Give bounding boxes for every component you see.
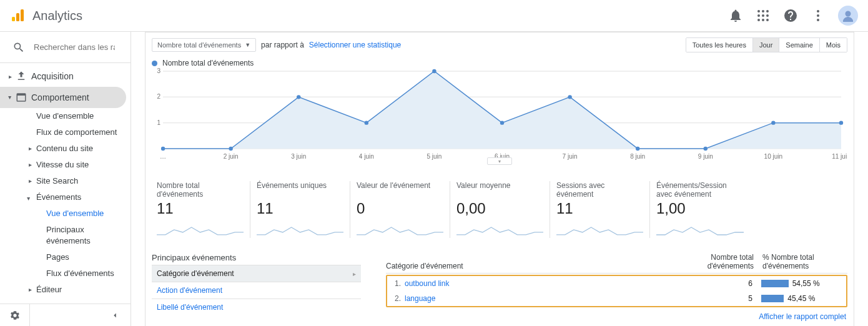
behaviour-icon xyxy=(14,92,29,103)
category-link[interactable]: outbound link xyxy=(405,279,671,288)
metric-value: 1,00 xyxy=(656,200,744,217)
svg-text:…: … xyxy=(160,153,166,160)
svg-point-31 xyxy=(568,95,571,99)
nav-editor[interactable]: ▸Éditeur xyxy=(0,282,131,298)
main-content: Nombre total d'événements ▼ par rapport … xyxy=(131,32,868,326)
nav-site-search[interactable]: ▸Site Search xyxy=(0,173,131,189)
gran-week[interactable]: Semaine xyxy=(779,38,819,52)
nav-events-top[interactable]: Principaux événements xyxy=(0,222,131,249)
search-row[interactable] xyxy=(0,32,131,63)
col-category: Catégorie d'événement xyxy=(386,262,673,270)
metric-dropdown[interactable]: Nombre total d'événements ▼ xyxy=(152,38,256,52)
row-pct: 54,55 % xyxy=(759,279,846,288)
sparkline xyxy=(257,221,343,236)
metric-card[interactable]: Valeur de l'événement 0 xyxy=(350,181,450,238)
nav-behaviour-flow[interactable]: Flux de comportement xyxy=(0,124,131,141)
collapse-sidebar-button[interactable] xyxy=(30,311,131,320)
dim-action[interactable]: Action d'événement xyxy=(152,282,361,299)
table-header: Catégorie d'événement Nombre total d'évé… xyxy=(386,253,847,274)
metric-label: Sessions avec événement xyxy=(556,181,643,199)
col-count[interactable]: Nombre total d'événements xyxy=(673,253,760,270)
metric-card[interactable]: Événements uniques 11 xyxy=(250,181,350,238)
svg-point-35 xyxy=(839,121,843,124)
chart-resize-handle[interactable]: ▾ xyxy=(487,157,512,165)
svg-text:5 juin: 5 juin xyxy=(427,153,441,160)
nav-site-speed[interactable]: ▸Vitesse du site xyxy=(0,157,131,173)
svg-point-12 xyxy=(817,10,819,12)
col-pct: % Nombre total d'événements xyxy=(760,253,847,270)
svg-point-15 xyxy=(846,11,851,17)
notifications-icon[interactable] xyxy=(728,8,743,23)
svg-point-30 xyxy=(500,121,504,124)
svg-point-8 xyxy=(766,14,769,17)
metric-label: Événements/Session avec événement xyxy=(656,181,744,199)
sparkline xyxy=(456,221,543,236)
metric-card[interactable]: Sessions avec événement 11 xyxy=(550,181,650,238)
more-vert-icon[interactable] xyxy=(811,8,826,23)
help-icon[interactable] xyxy=(783,8,798,23)
svg-point-34 xyxy=(771,121,775,124)
svg-point-28 xyxy=(365,121,368,124)
svg-rect-2 xyxy=(21,9,24,21)
sparkline xyxy=(357,221,443,236)
metric-card[interactable]: Événements/Session avec événement 1,00 xyxy=(650,181,750,238)
chart-legend: Nombre total d'événements xyxy=(145,57,854,67)
nav-events-pages[interactable]: Pages xyxy=(0,249,131,265)
nav-overview[interactable]: Vue d'ensemble xyxy=(0,108,131,124)
svg-rect-1 xyxy=(16,13,19,21)
nav-site-content[interactable]: ▸Contenu du site xyxy=(0,141,131,157)
nav-events-flow[interactable]: Flux d'événements xyxy=(0,265,131,282)
svg-point-29 xyxy=(432,69,436,73)
metric-value: 11 xyxy=(157,200,244,217)
dimensions-title: Principaux événements xyxy=(152,253,361,262)
svg-text:9 juin: 9 juin xyxy=(698,153,713,160)
apps-icon[interactable] xyxy=(756,8,771,23)
svg-text:3 juin: 3 juin xyxy=(291,153,306,160)
app-title: Analytics xyxy=(32,9,82,23)
dim-category[interactable]: Catégorie d'événement ▸ xyxy=(152,265,361,282)
svg-point-32 xyxy=(636,147,639,151)
svg-point-5 xyxy=(766,10,769,12)
acquisition-icon xyxy=(14,71,29,82)
svg-point-7 xyxy=(762,14,764,17)
legend-dot-icon xyxy=(152,61,157,66)
full-report-link[interactable]: Afficher le rapport complet xyxy=(386,312,847,321)
line-chart: 123…2 juin3 juin4 juin5 juin6 juin7 juin… xyxy=(145,67,854,161)
metric-card[interactable]: Nombre total d'événements 11 xyxy=(150,181,250,238)
user-avatar[interactable] xyxy=(838,6,858,26)
row-count: 5 xyxy=(671,294,759,303)
nav-comportement[interactable]: ▸ Comportement xyxy=(0,87,126,108)
category-link[interactable]: language xyxy=(405,294,671,303)
metric-card[interactable]: Valeur moyenne 0,00 xyxy=(450,181,550,238)
metrics-row: Nombre total d'événements 11 Événements … xyxy=(145,171,854,238)
metric-label: Événements uniques xyxy=(257,181,343,199)
row-index: 2. xyxy=(387,294,405,303)
chart-controls: Nombre total d'événements ▼ par rapport … xyxy=(145,32,854,57)
compare-label: par rapport à xyxy=(261,41,304,49)
metric-label: Valeur de l'événement xyxy=(357,181,443,199)
app-header: Analytics xyxy=(0,0,868,32)
dim-label[interactable]: Libellé d'événement xyxy=(152,299,361,315)
search-input[interactable] xyxy=(34,42,115,52)
svg-point-26 xyxy=(229,147,232,151)
svg-text:2 juin: 2 juin xyxy=(224,153,239,160)
row-index: 1. xyxy=(387,279,405,288)
logo-group: Analytics xyxy=(10,8,82,23)
svg-point-6 xyxy=(757,14,760,17)
row-count: 6 xyxy=(671,279,759,288)
gran-month[interactable]: Mois xyxy=(820,38,847,52)
gran-day[interactable]: Jour xyxy=(753,38,779,52)
sparkline xyxy=(656,221,744,236)
gran-hourly[interactable]: Toutes les heures xyxy=(686,38,753,52)
metric-value: 0,00 xyxy=(456,200,543,217)
nav-acquisition[interactable]: ▸ Acquisition xyxy=(0,66,126,87)
metric-value: 0 xyxy=(357,200,443,217)
svg-text:11 juin: 11 juin xyxy=(832,153,847,160)
svg-rect-0 xyxy=(12,17,15,21)
dimensions-panel: Principaux événements Catégorie d'événem… xyxy=(152,253,361,321)
settings-button[interactable] xyxy=(0,304,30,326)
nav-events-overview[interactable]: Vue d'ensemble xyxy=(0,205,131,222)
select-stat-link[interactable]: Sélectionner une statistique xyxy=(309,41,401,49)
svg-text:1: 1 xyxy=(157,119,160,126)
nav-events[interactable]: ▸Événements xyxy=(0,189,131,205)
